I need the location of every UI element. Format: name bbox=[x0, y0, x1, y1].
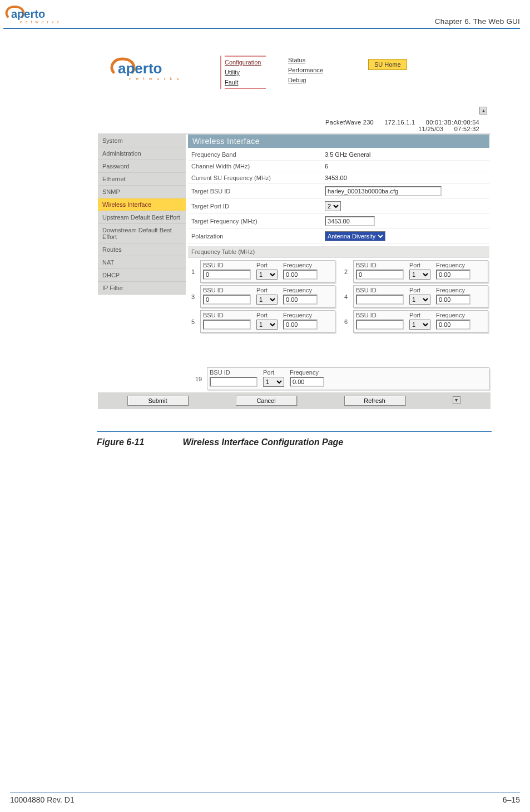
input-bsu-4[interactable] bbox=[356, 295, 404, 305]
input-freq-5[interactable] bbox=[283, 320, 318, 330]
page-footer: 10004880 Rev. D1 6–15 bbox=[0, 793, 530, 804]
figure-caption-wrap: Figure 6-11 Wireless Interface Configura… bbox=[97, 431, 492, 447]
header-rule bbox=[3, 28, 520, 29]
input-freq-6[interactable] bbox=[436, 320, 470, 330]
sidebar-item-ip-filter[interactable]: IP Filter bbox=[98, 282, 186, 295]
select-port-1[interactable]: 1 bbox=[256, 270, 278, 280]
sidebar-item-administration[interactable]: Administration bbox=[98, 147, 186, 160]
body-columns: SystemAdministrationPasswordEthernetSNMP… bbox=[98, 133, 491, 337]
extra-freq-row: 19 BSU ID Port Frequency 1 bbox=[98, 365, 491, 392]
figure-area: aperto n e t w o r k s Configuration Uti… bbox=[0, 49, 530, 410]
freq-cell-number: 5 bbox=[189, 318, 197, 325]
sidebar-item-wireless-interface[interactable]: Wireless Interface bbox=[98, 198, 186, 211]
select-port-19[interactable]: 1 bbox=[263, 377, 284, 387]
panel-title: Wireless Interface bbox=[188, 134, 489, 148]
svg-text:aperto: aperto bbox=[11, 8, 45, 20]
hdr-freq: Frequency bbox=[436, 312, 470, 318]
select-port-6[interactable]: 1 bbox=[409, 320, 430, 330]
status-mac: 00:01:3B:A0:00:54 bbox=[426, 119, 479, 126]
sidebar-item-upstream-default-best-effort[interactable]: Upstream Default Best Effort bbox=[98, 211, 186, 224]
label-channel-width: Channel Width (MHz) bbox=[191, 163, 319, 170]
input-freq-4[interactable] bbox=[436, 295, 470, 305]
input-bsu-19[interactable] bbox=[210, 377, 257, 387]
input-target-bsu[interactable] bbox=[325, 186, 442, 196]
nav-utility[interactable]: Utility bbox=[225, 68, 266, 77]
input-bsu-2[interactable] bbox=[356, 270, 404, 280]
input-freq-2[interactable] bbox=[436, 270, 470, 280]
input-freq-19[interactable] bbox=[290, 377, 324, 387]
button-row: Submit Cancel Refresh ▾ bbox=[98, 392, 491, 409]
hdr-port: Port bbox=[256, 262, 278, 268]
label-frequency-band: Frequency Band bbox=[191, 151, 319, 158]
value-current-su-freq: 3453.00 bbox=[325, 175, 347, 181]
input-bsu-5[interactable] bbox=[203, 320, 251, 330]
app-logo: aperto n e t w o r k s bbox=[108, 53, 186, 81]
figure-title: Wireless Interface Configuration Page bbox=[182, 437, 343, 447]
submit-button[interactable]: Submit bbox=[127, 396, 189, 406]
freq-cell-3: 3BSU IDPortFrequency1 bbox=[189, 285, 335, 308]
freq-cell-4: 4BSU IDPortFrequency1 bbox=[342, 285, 488, 308]
select-port-4[interactable]: 1 bbox=[409, 295, 430, 305]
label-current-su-freq: Current SU Frequency (MHz) bbox=[191, 175, 319, 181]
freq-card-5: BSU IDPortFrequency1 bbox=[200, 310, 335, 333]
freq-card-1: BSU IDPortFrequency1 bbox=[200, 260, 335, 283]
cancel-button[interactable]: Cancel bbox=[236, 396, 297, 406]
su-home-button[interactable]: SU Home bbox=[368, 59, 407, 70]
nav-configuration[interactable]: Configuration bbox=[225, 58, 266, 67]
select-port-5[interactable]: 1 bbox=[256, 320, 278, 330]
hdr-bsu: BSU ID bbox=[203, 262, 251, 268]
status-device: PacketWave 230 bbox=[325, 119, 374, 126]
freq-card-2: BSU IDPortFrequency1 bbox=[353, 260, 488, 283]
hdr-port: Port bbox=[263, 369, 284, 376]
status-ip: 172.16.1.1 bbox=[384, 119, 415, 126]
freq-cell-number: 4 bbox=[342, 293, 350, 300]
input-target-freq[interactable] bbox=[325, 216, 375, 226]
footer-left: 10004880 Rev. D1 bbox=[10, 795, 75, 804]
app-window-lower: 19 BSU ID Port Frequency 1 Submit bbox=[98, 365, 491, 409]
input-bsu-1[interactable] bbox=[203, 270, 251, 280]
svg-text:aperto: aperto bbox=[118, 60, 162, 77]
input-bsu-3[interactable] bbox=[203, 295, 251, 305]
hdr-bsu: BSU ID bbox=[356, 287, 404, 293]
sidebar-item-ethernet[interactable]: Ethernet bbox=[98, 173, 186, 186]
input-freq-3[interactable] bbox=[283, 295, 318, 305]
hdr-bsu: BSU ID bbox=[210, 369, 257, 376]
page-header: aperto n e t w o r k s Chapter 6. The We… bbox=[0, 0, 530, 29]
nav-status[interactable]: Status bbox=[288, 56, 329, 64]
hdr-port: Port bbox=[409, 262, 430, 268]
figure-number: Figure 6-11 bbox=[97, 437, 180, 447]
freq-cell-6: 6BSU IDPortFrequency1 bbox=[342, 310, 488, 333]
row-target-freq: Target Frequency (MHz) bbox=[188, 214, 489, 229]
select-polarization[interactable]: Antenna Diversity bbox=[325, 231, 385, 241]
sidebar-item-password[interactable]: Password bbox=[98, 160, 186, 173]
sidebar-item-snmp[interactable]: SNMP bbox=[98, 186, 186, 198]
nav-debug[interactable]: Debug bbox=[288, 76, 329, 84]
sidebar-item-downstream-default-best-effort[interactable]: Downstream Default Best Effort bbox=[98, 224, 186, 243]
freq-card-4: BSU IDPortFrequency1 bbox=[353, 285, 488, 308]
refresh-button[interactable]: Refresh bbox=[344, 396, 405, 406]
nav-fault[interactable]: Fault bbox=[225, 78, 266, 87]
value-channel-width: 6 bbox=[325, 163, 328, 170]
row-current-su-freq: Current SU Frequency (MHz) 3453.00 bbox=[188, 172, 489, 184]
select-port-3[interactable]: 1 bbox=[256, 295, 278, 305]
hdr-bsu: BSU ID bbox=[356, 312, 404, 318]
hdr-freq: Frequency bbox=[283, 262, 318, 268]
hdr-freq: Frequency bbox=[283, 287, 318, 293]
sidebar-item-nat[interactable]: NAT bbox=[98, 256, 186, 269]
freq-cell-number: 2 bbox=[342, 268, 350, 275]
value-frequency-band: 3.5 GHz General bbox=[325, 151, 371, 158]
select-target-port[interactable]: 2 bbox=[325, 201, 341, 211]
scroll-down-icon[interactable]: ▾ bbox=[453, 396, 460, 404]
sidebar: SystemAdministrationPasswordEthernetSNMP… bbox=[98, 134, 186, 295]
input-freq-1[interactable] bbox=[283, 270, 318, 280]
sidebar-item-dhcp[interactable]: DHCP bbox=[98, 269, 186, 282]
doc-logo: aperto n e t w o r k s bbox=[3, 4, 65, 26]
nav-performance[interactable]: Performance bbox=[288, 66, 329, 74]
select-port-2[interactable]: 1 bbox=[409, 270, 430, 280]
nav-col-1: Configuration Utility Fault bbox=[225, 56, 266, 89]
scroll-up-icon[interactable]: ▴ bbox=[479, 107, 487, 114]
sidebar-item-routes[interactable]: Routes bbox=[98, 243, 186, 256]
sidebar-item-system[interactable]: System bbox=[98, 134, 186, 147]
su-home-wrap: SU Home bbox=[368, 59, 407, 89]
input-bsu-6[interactable] bbox=[356, 320, 404, 330]
